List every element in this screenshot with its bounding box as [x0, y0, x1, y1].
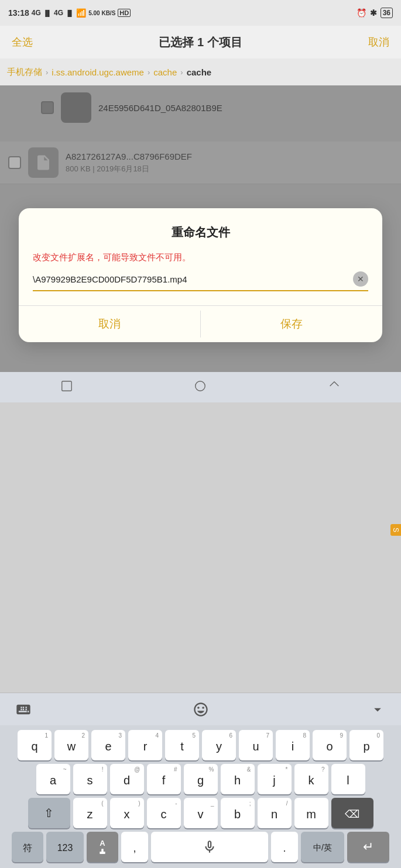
key-b[interactable]: ;b	[221, 798, 255, 828]
status-right: ⏰ ✱ 36	[357, 8, 393, 18]
breadcrumb-sep-0: ›	[46, 68, 48, 77]
keyboard-icon	[15, 701, 32, 718]
time: 13:18	[8, 8, 29, 18]
clear-input-button[interactable]: ✕	[353, 271, 368, 287]
dialog-save-button[interactable]: 保存	[201, 306, 382, 342]
breadcrumb-item-1[interactable]: i.ss.android.ugc.aweme	[52, 67, 144, 77]
breadcrumb-sep-1: ›	[148, 68, 150, 77]
key-j[interactable]: *j	[258, 764, 292, 794]
breadcrumb-item-0[interactable]: 手机存储	[7, 67, 42, 78]
key-v[interactable]: _v	[184, 798, 218, 828]
svg-rect-1	[101, 849, 104, 852]
symbols-key[interactable]: 符	[12, 832, 43, 862]
top-nav: 全选 已选择 1 个项目 取消	[0, 26, 401, 58]
svg-point-3	[196, 381, 205, 391]
bottom-nav	[0, 372, 401, 402]
keyboard-keys: 1q 2w 3e 4r 5t 6y 7u 8i 9o 0p ~a !s @d #…	[0, 725, 401, 868]
key-c[interactable]: -c	[147, 798, 181, 828]
cancel-nav-button[interactable]: 取消	[368, 35, 389, 49]
signal-bars-1: ▐▌	[43, 10, 52, 16]
emoji-icon[interactable]	[189, 698, 213, 721]
space-mic-key[interactable]	[151, 832, 268, 862]
hd-badge: HD	[118, 9, 131, 17]
key-r[interactable]: 4r	[128, 730, 162, 760]
svg-rect-2	[62, 381, 72, 391]
key-d[interactable]: @d	[110, 764, 144, 794]
nav-title: 已选择 1 个项目	[159, 35, 242, 50]
microphone-icon	[202, 839, 217, 855]
key-k[interactable]: ?k	[294, 764, 328, 794]
key-p[interactable]: 0p	[349, 730, 383, 760]
recent-icon	[328, 380, 341, 392]
kb-row-3: ⇧ (z )x -c _v ;b /n m ⌫	[2, 798, 399, 828]
key-l[interactable]: l	[331, 764, 365, 794]
dialog-title: 重命名文件	[33, 225, 368, 240]
nav-home-button[interactable]	[182, 374, 218, 401]
key-x[interactable]: )x	[110, 798, 144, 828]
kb-row-1: 1q 2w 3e 4r 5t 6y 7u 8i 9o 0p	[2, 730, 399, 760]
breadcrumb-item-3[interactable]: cache	[187, 67, 212, 77]
key-z[interactable]: (z	[73, 798, 107, 828]
signal-4g-1: 4G	[32, 9, 41, 17]
key-u[interactable]: 7u	[239, 730, 273, 760]
key-t[interactable]: 5t	[165, 730, 199, 760]
nav-back-button[interactable]	[49, 374, 85, 401]
shift-key[interactable]: ⇧	[28, 798, 70, 828]
status-bar: 13:18 4G ▐▌ 4G ▐▌ 📶 5.00 KB/S HD ⏰ ✱ 36	[0, 0, 401, 26]
key-w[interactable]: 2w	[54, 730, 88, 760]
key-a[interactable]: ~a	[36, 764, 70, 794]
rename-dialog: 重命名文件 改变文件扩展名，可能导致文件不可用。 ✕ 取消 保存	[19, 208, 382, 342]
key-f[interactable]: #f	[147, 764, 181, 794]
signal-bars-2: ▐▌	[66, 10, 74, 16]
back-icon	[60, 380, 73, 392]
breadcrumb-item-2[interactable]: cache	[153, 67, 177, 77]
rename-input[interactable]	[33, 272, 353, 287]
key-q[interactable]: 1q	[18, 730, 52, 760]
home-icon	[194, 380, 207, 392]
key-h[interactable]: &h	[221, 764, 255, 794]
breadcrumb-sep-2: ›	[180, 68, 183, 77]
key-y[interactable]: 6y	[202, 730, 236, 760]
side-watermark: S	[390, 524, 401, 536]
comma-key[interactable]: ,	[121, 832, 148, 862]
bluetooth-icon: ✱	[370, 8, 377, 18]
period-key[interactable]: .	[271, 832, 298, 862]
nav-recent-button[interactable]	[316, 374, 352, 401]
caps-key[interactable]: A	[87, 832, 118, 862]
dialog-cancel-button[interactable]: 取消	[19, 306, 200, 342]
key-s[interactable]: !s	[73, 764, 107, 794]
signal-4g-2: 4G	[54, 9, 63, 17]
kb-row-2: ~a !s @d #f %g &h *j ?k l	[2, 764, 399, 794]
chevron-down-icon	[369, 701, 386, 718]
number-key[interactable]: 123	[46, 832, 84, 862]
select-all-button[interactable]: 全选	[12, 35, 33, 49]
key-n[interactable]: /n	[258, 798, 292, 828]
kb-row-4: 符 123 A , . 中/英 ↵	[2, 832, 399, 862]
file-list-bg: 24E5956D641D_05A82801B9E A821726127A9...…	[0, 85, 401, 372]
battery-indicator: 36	[381, 8, 393, 18]
keyboard-area: 1q 2w 3e 4r 5t 6y 7u 8i 9o 0p ~a !s @d #…	[0, 693, 401, 868]
key-e[interactable]: 3e	[91, 730, 125, 760]
key-i[interactable]: 8i	[276, 730, 310, 760]
delete-key[interactable]: ⌫	[331, 798, 373, 828]
dialog-warning: 改变文件扩展名，可能导致文件不可用。	[33, 251, 368, 263]
caps-icon	[98, 848, 107, 856]
keyboard-toolbar	[0, 693, 401, 725]
key-m[interactable]: m	[294, 798, 328, 828]
enter-key[interactable]: ↵	[347, 832, 389, 862]
breadcrumb: 手机存储 › i.ss.android.ugc.aweme › cache › …	[0, 58, 401, 85]
wifi-icon: 📶	[76, 8, 86, 18]
keyboard-type-icon[interactable]	[12, 698, 35, 721]
dialog-actions: 取消 保存	[19, 305, 382, 342]
key-o[interactable]: 9o	[313, 730, 347, 760]
key-g[interactable]: %g	[184, 764, 218, 794]
collapse-keyboard-icon[interactable]	[366, 698, 389, 721]
status-left: 13:18 4G ▐▌ 4G ▐▌ 📶 5.00 KB/S HD	[8, 8, 131, 18]
smiley-icon	[193, 701, 209, 718]
dialog-input-row: ✕	[33, 271, 368, 291]
alarm-icon: ⏰	[357, 8, 366, 18]
lang-switch-key[interactable]: 中/英	[301, 832, 344, 862]
svg-rect-0	[100, 852, 105, 854]
speed-indicator: 5.00 KB/S	[88, 10, 115, 16]
